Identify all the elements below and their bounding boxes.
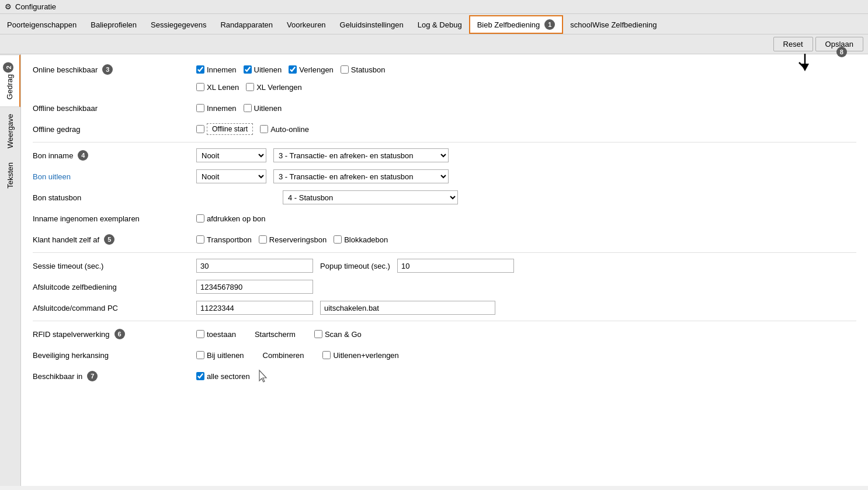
alle-sectoren-checkbox[interactable] (196, 372, 204, 380)
tab-logdebug[interactable]: Log & Debug (411, 18, 469, 32)
arrow-icon (793, 51, 817, 74)
svg-marker-0 (801, 64, 809, 71)
uitlenen-checkbox-label[interactable]: Uitlenen (244, 65, 282, 74)
offline-gedrag-label: Offline gedrag (33, 125, 196, 134)
bon-uitleen-controls: Nooit Altijd 3 - Transactie- en afreken-… (196, 169, 449, 183)
side-tab-gedrag[interactable]: Gedrag 2 (0, 54, 20, 107)
tab-sessiegegevens[interactable]: Sessiegegevens (144, 18, 213, 32)
toestaan-label[interactable]: toestaan (196, 330, 236, 339)
badge-7: 7 (87, 371, 98, 381)
sessie-timeout-label: Sessie timeout (sec.) (33, 262, 196, 270)
offline-uitlenen-checkbox[interactable] (244, 104, 252, 112)
bij-uitlenen-checkbox[interactable] (196, 351, 204, 359)
offline-beschikbaar-controls: Innemen Uitlenen (196, 104, 282, 113)
blokkadebon-label[interactable]: Blokkadebon (334, 235, 388, 244)
online-beschikbaar-controls2: XL Lenen XL Verlengen (196, 83, 302, 92)
bon-statusbon-select[interactable]: 4 - Statusbon (283, 190, 458, 204)
offline-beschikbaar-label: Offline beschikbaar (33, 104, 196, 113)
offline-innemen-label[interactable]: Innemen (196, 104, 237, 113)
verlengen-checkbox[interactable] (289, 65, 297, 74)
statusbon-checkbox-label[interactable]: Statusbon (341, 65, 386, 74)
inname-ingenomen-label: Inname ingenomen exemplaren (33, 214, 196, 223)
tab-randapparaten[interactable]: Randapparaten (213, 18, 280, 32)
bat-input[interactable] (320, 301, 495, 315)
statusbon-checkbox[interactable] (341, 65, 349, 74)
tab-geluidsinstellingen[interactable]: Geluidsinstellingen (333, 18, 411, 32)
online-beschikbaar-row2: XL Lenen XL Verlengen (33, 79, 856, 95)
beveiliging-herkansing-controls: Bij uitlenen Combineren Uitlenen+verleng… (196, 351, 399, 360)
window-icon: ⚙ (5, 2, 12, 11)
inname-ingenomen-row: Inname ingenomen exemplaren afdrukken op… (33, 210, 856, 227)
bon-inname-label: Bon inname 4 (33, 150, 196, 161)
xl-verlengen-checkbox-label[interactable]: XL Verlengen (246, 83, 302, 92)
badge-5: 5 (104, 234, 114, 245)
popup-timeout-input[interactable] (397, 259, 514, 273)
uitlenen-verlengen-checkbox[interactable] (322, 351, 331, 359)
offline-innemen-checkbox[interactable] (196, 104, 204, 112)
klant-handelt-row: Klant handelt zelf af 5 Transportbon Res… (33, 231, 856, 248)
uitlenen-checkbox[interactable] (244, 65, 252, 74)
transportbon-label[interactable]: Transportbon (196, 235, 252, 244)
klant-handelt-label: Klant handelt zelf af 5 (33, 234, 196, 245)
sessie-timeout-input[interactable] (196, 259, 313, 273)
auto-online-checkbox[interactable] (260, 125, 268, 133)
verlengen-checkbox-label[interactable]: Verlengen (289, 65, 334, 74)
offline-start-checkbox[interactable] (196, 125, 204, 133)
scan-go-label[interactable]: Scan & Go (314, 330, 362, 339)
blokkadebon-checkbox[interactable] (334, 235, 342, 244)
scan-go-checkbox[interactable] (314, 330, 322, 338)
alle-sectoren-label[interactable]: alle sectoren (196, 372, 250, 381)
xl-lenen-checkbox[interactable] (196, 83, 204, 91)
innemen-checkbox[interactable] (196, 65, 204, 74)
offline-gedrag-row: Offline gedrag Offline start Auto-online (33, 121, 856, 137)
offline-uitlenen-label[interactable]: Uitlenen (244, 104, 282, 113)
afsluitcode-command-controls (196, 301, 495, 315)
badge-3: 3 (102, 64, 113, 75)
tab-poorteigenschappen[interactable]: Poorteigenschappen (0, 18, 84, 32)
toestaan-checkbox[interactable] (196, 330, 204, 338)
tab-schoolwisezelfbediening[interactable]: schoolWise Zelfbediening (563, 18, 664, 32)
bij-uitlenen-label[interactable]: Bij uitlenen (196, 351, 244, 360)
online-beschikbaar-label: Online beschikbaar 3 (33, 64, 196, 75)
bon-statusbon-row: Bon statusbon 4 - Statusbon (33, 189, 856, 206)
afsluitcode-zelfbediening-controls (196, 280, 313, 294)
afsluitcode-zelfbediening-input[interactable] (196, 280, 313, 294)
rfid-stapelverwerking-row: RFID stapelverwerking 6 toestaan Startsc… (33, 326, 856, 342)
tab-biebzelfbediening[interactable]: Bieb Zelfbediening 1 (469, 15, 564, 34)
afdrukken-checkbox[interactable] (196, 214, 204, 223)
xl-lenen-checkbox-label[interactable]: XL Lenen (196, 83, 239, 92)
window-title: Configuratie (15, 2, 56, 11)
beveiliging-herkansing-row: Beveiliging herkansing Bij uitlenen Comb… (33, 347, 856, 363)
combineren-label: Combineren (263, 351, 304, 360)
offline-beschikbaar-row: Offline beschikbaar Innemen Uitlenen (33, 100, 856, 116)
transportbon-checkbox[interactable] (196, 235, 204, 244)
badge-4: 4 (78, 150, 88, 161)
tab-voorkeuren[interactable]: Voorkeuren (280, 18, 333, 32)
bon-inname-row: Bon inname 4 Nooit Altijd Vragen 3 - Tra… (33, 147, 856, 164)
bon-inname-select2[interactable]: 3 - Transactie- en afreken- en statusbon (273, 148, 449, 162)
side-tab-weergave[interactable]: Weergave (0, 107, 20, 155)
reserveringsbon-label[interactable]: Reserveringsbon (259, 235, 327, 244)
reset-button[interactable]: Reset (773, 37, 813, 51)
tab-badge-1: 1 (544, 19, 555, 30)
afdrukken-label[interactable]: afdrukken op bon (196, 214, 265, 223)
bon-uitleen-select2[interactable]: 3 - Transactie- en afreken- en statusbon (273, 169, 449, 183)
afsluitcode-zelfbediening-row: Afsluitcode zelfbediening (33, 279, 856, 295)
nav-tabs: Poorteigenschappen Balieprofielen Sessie… (0, 14, 868, 34)
afsluitcode-command-input[interactable] (196, 301, 313, 315)
reserveringsbon-checkbox[interactable] (259, 235, 267, 244)
beschikbaar-in-row: Beschikbaar in 7 alle sectoren (33, 368, 856, 384)
uitlenen-verlengen-label[interactable]: Uitlenen+verlengen (322, 351, 398, 360)
offline-start-button[interactable]: Offline start (207, 123, 253, 135)
tab-balieprofielen[interactable]: Balieprofielen (84, 18, 144, 32)
bon-statusbon-controls: 4 - Statusbon (196, 190, 458, 204)
offline-start-label[interactable]: Offline start (196, 123, 253, 135)
bon-inname-select1[interactable]: Nooit Altijd Vragen (196, 148, 266, 162)
xl-verlengen-checkbox[interactable] (246, 83, 254, 91)
innemen-checkbox-label[interactable]: Innemen (196, 65, 237, 74)
bon-statusbon-label: Bon statusbon (33, 193, 196, 202)
afsluitcode-zelfbediening-label: Afsluitcode zelfbediening (33, 283, 196, 291)
bon-uitleen-select1[interactable]: Nooit Altijd (196, 169, 266, 183)
side-tab-teksten[interactable]: Teksten (0, 155, 20, 196)
auto-online-label[interactable]: Auto-online (260, 125, 309, 134)
